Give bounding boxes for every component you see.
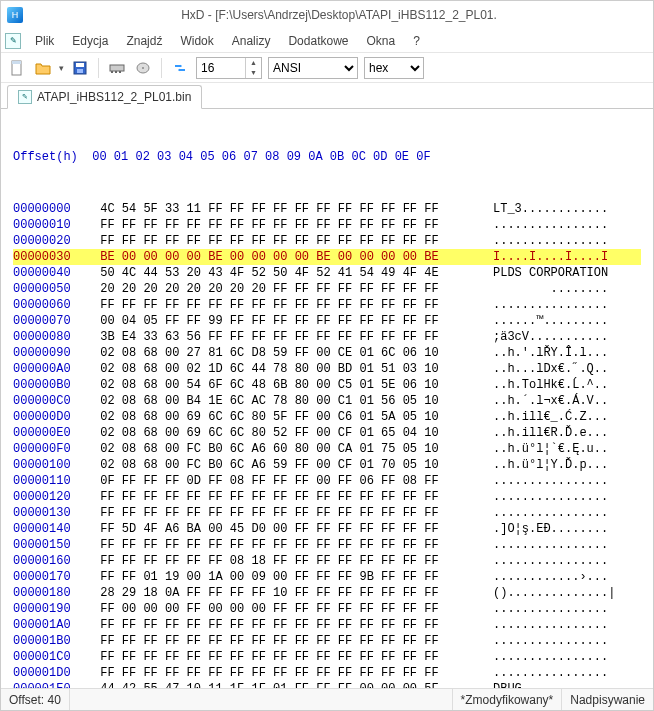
file-icon[interactable]: ✎ [5,33,21,49]
hex-row[interactable]: 00000140 FF 5D 4F A6 BA 00 45 D0 00 FF F… [13,521,641,537]
hex-ascii[interactable]: LT_3............ [493,201,641,217]
menu-file[interactable]: Plik [27,32,62,50]
hex-ascii[interactable]: ;ä3cV........... [493,329,641,345]
hex-ascii[interactable]: ................ [493,489,641,505]
hex-bytes[interactable]: 02 08 68 00 27 81 6C D8 59 FF 00 CE 01 6… [93,345,493,361]
menu-help[interactable]: ? [405,32,428,50]
hex-row[interactable]: 00000180 28 29 18 0A FF FF FF FF 10 FF F… [13,585,641,601]
hex-bytes[interactable]: 44 42 55 47 10 11 1F 1F 01 FF FF FF 00 0… [93,681,493,688]
hex-bytes[interactable]: 02 08 68 00 54 6F 6C 48 6B 80 00 C5 01 5… [93,377,493,393]
hex-ascii[interactable]: ............›... [493,569,641,585]
hex-row[interactable]: 00000000 4C 54 5F 33 11 FF FF FF FF FF F… [13,201,641,217]
hex-bytes[interactable]: FF FF FF FF FF FF FF FF FF FF FF FF FF F… [93,233,493,249]
ram-icon[interactable] [107,58,127,78]
hex-row[interactable]: 000000D0 02 08 68 00 69 6C 6C 80 5F FF 0… [13,409,641,425]
hex-row[interactable]: 000000F0 02 08 68 00 FC B0 6C A6 60 80 0… [13,441,641,457]
open-file-button[interactable] [33,58,53,78]
hex-bytes[interactable]: 02 08 68 00 FC B0 6C A6 60 80 00 CA 01 7… [93,441,493,457]
hex-row[interactable]: 00000160 FF FF FF FF FF FF 08 18 FF FF F… [13,553,641,569]
new-file-button[interactable] [7,58,27,78]
hex-row[interactable]: 00000020 FF FF FF FF FF FF FF FF FF FF F… [13,233,641,249]
hex-bytes[interactable]: BE 00 00 00 00 BE 00 00 00 00 BE 00 00 0… [93,249,493,265]
hex-bytes[interactable]: FF FF FF FF FF FF FF FF FF FF FF FF FF F… [93,489,493,505]
hex-bytes[interactable]: 02 08 68 00 69 6C 6C 80 5F FF 00 C6 01 5… [93,409,493,425]
hex-row[interactable]: 00000060 FF FF FF FF FF FF FF FF FF FF F… [13,297,641,313]
menu-analysis[interactable]: Analizy [224,32,279,50]
hex-bytes[interactable]: FF FF FF FF FF FF FF FF FF FF FF FF FF F… [93,665,493,681]
hex-ascii[interactable]: ................ [493,649,641,665]
hex-bytes[interactable]: FF 00 00 00 FF 00 00 00 FF FF FF FF FF F… [93,601,493,617]
hex-ascii[interactable]: ()..............| [493,585,641,601]
hex-ascii[interactable]: .]O¦ş.EĐ........ [493,521,641,537]
hex-row[interactable]: 00000190 FF 00 00 00 FF 00 00 00 FF FF F… [13,601,641,617]
hex-ascii[interactable]: ........ [493,281,641,297]
hex-row[interactable]: 000001A0 FF FF FF FF FF FF FF FF FF FF F… [13,617,641,633]
hex-ascii[interactable]: DBUG..........._ [493,681,641,688]
hex-bytes[interactable]: FF FF FF FF FF FF FF FF FF FF FF FF FF F… [93,537,493,553]
hex-bytes[interactable]: 02 08 68 00 FC B0 6C A6 59 FF 00 CF 01 7… [93,457,493,473]
hex-ascii[interactable]: ..h.'.lŘY.Î.l... [493,345,641,361]
hex-ascii[interactable]: ..h.´.l¬x€.Á.V.. [493,393,641,409]
hex-row[interactable]: 000000E0 02 08 68 00 69 6C 6C 80 52 FF 0… [13,425,641,441]
hex-bytes[interactable]: FF FF FF FF FF FF FF FF FF FF FF FF FF F… [93,297,493,313]
hex-row[interactable]: 00000090 02 08 68 00 27 81 6C D8 59 FF 0… [13,345,641,361]
hex-row[interactable]: 00000010 FF FF FF FF FF FF FF FF FF FF F… [13,217,641,233]
base-select[interactable]: hex [364,57,424,79]
hex-row[interactable]: 000000B0 02 08 68 00 54 6F 6C 48 6B 80 0… [13,377,641,393]
hex-row[interactable]: 00000130 FF FF FF FF FF FF FF FF FF FF F… [13,505,641,521]
hex-bytes[interactable]: FF FF FF FF FF FF FF FF FF FF FF FF FF F… [93,649,493,665]
hex-bytes[interactable]: FF FF FF FF FF FF FF FF FF FF FF FF FF F… [93,633,493,649]
hex-bytes[interactable]: 00 04 05 FF FF 99 FF FF FF FF FF FF FF F… [93,313,493,329]
bytes-per-row-input[interactable] [197,58,245,78]
hex-ascii[interactable]: ......™......... [493,313,641,329]
hex-row[interactable]: 00000110 0F FF FF FF 0D FF 08 FF FF FF 0… [13,473,641,489]
hex-row[interactable]: 000001E0 44 42 55 47 10 11 1F 1F 01 FF F… [13,681,641,688]
hex-ascii[interactable]: ................ [493,553,641,569]
hex-bytes[interactable]: 4C 54 5F 33 11 FF FF FF FF FF FF FF FF F… [93,201,493,217]
hex-row[interactable]: 00000100 02 08 68 00 FC B0 6C A6 59 FF 0… [13,457,641,473]
hex-ascii[interactable]: ..h.TolHk€.Ĺ.^.. [493,377,641,393]
hex-bytes[interactable]: 3B E4 33 63 56 FF FF FF FF FF FF FF FF F… [93,329,493,345]
hex-row[interactable]: 00000050 20 20 20 20 20 20 20 20 FF FF F… [13,281,641,297]
menu-extras[interactable]: Dodatkowe [280,32,356,50]
menu-find[interactable]: Znajdź [118,32,170,50]
hex-ascii[interactable]: ................ [493,233,641,249]
hex-bytes[interactable]: 28 29 18 0A FF FF FF FF 10 FF FF FF FF F… [93,585,493,601]
disk-icon[interactable] [133,58,153,78]
hex-row[interactable]: 00000120 FF FF FF FF FF FF FF FF FF FF F… [13,489,641,505]
hex-row[interactable]: 00000030 BE 00 00 00 00 BE 00 00 00 00 B… [13,249,641,265]
hex-ascii[interactable]: ..h.ill€_.Ć.Z... [493,409,641,425]
hex-row[interactable]: 000001C0 FF FF FF FF FF FF FF FF FF FF F… [13,649,641,665]
hex-row[interactable]: 00000080 3B E4 33 63 56 FF FF FF FF FF F… [13,329,641,345]
hex-bytes[interactable]: 02 08 68 00 69 6C 6C 80 52 FF 00 CF 01 6… [93,425,493,441]
hex-ascii[interactable]: ................ [493,473,641,489]
save-button[interactable] [70,58,90,78]
hex-ascii[interactable]: ................ [493,505,641,521]
encoding-select[interactable]: ANSI [268,57,358,79]
hex-ascii[interactable]: ................ [493,633,641,649]
hex-ascii[interactable]: ..h.ü°l¦Y.Ď.p... [493,457,641,473]
hex-bytes[interactable]: FF 5D 4F A6 BA 00 45 D0 00 FF FF FF FF F… [93,521,493,537]
file-tab[interactable]: ✎ ATAPI_iHBS112_2_PL01.bin [7,85,202,109]
hex-bytes[interactable]: 50 4C 44 53 20 43 4F 52 50 4F 52 41 54 4… [93,265,493,281]
menu-view[interactable]: Widok [172,32,221,50]
spin-up[interactable]: ▲ [245,58,261,68]
hex-ascii[interactable]: ................ [493,297,641,313]
hex-bytes[interactable]: FF FF FF FF FF FF FF FF FF FF FF FF FF F… [93,617,493,633]
hex-bytes[interactable]: 0F FF FF FF 0D FF 08 FF FF FF 00 FF 06 F… [93,473,493,489]
hex-row[interactable]: 000001D0 FF FF FF FF FF FF FF FF FF FF F… [13,665,641,681]
hex-bytes[interactable]: 02 08 68 00 B4 1E 6C AC 78 80 00 C1 01 5… [93,393,493,409]
arrows-icon[interactable] [170,58,190,78]
hex-ascii[interactable]: ..h.ill€R.Ď.e... [493,425,641,441]
hex-bytes[interactable]: FF FF FF FF FF FF FF FF FF FF FF FF FF F… [93,217,493,233]
hex-bytes[interactable]: 02 08 68 00 02 1D 6C 44 78 80 00 BD 01 5… [93,361,493,377]
hex-bytes[interactable]: 20 20 20 20 20 20 20 20 FF FF FF FF FF F… [93,281,493,297]
hex-ascii[interactable]: ..h...lDx€.˝.Q.. [493,361,641,377]
hex-row[interactable]: 000001B0 FF FF FF FF FF FF FF FF FF FF F… [13,633,641,649]
hex-row[interactable]: 00000170 FF FF 01 19 00 1A 00 09 00 FF F… [13,569,641,585]
hex-bytes[interactable]: FF FF FF FF FF FF FF FF FF FF FF FF FF F… [93,505,493,521]
hex-ascii[interactable]: ................ [493,217,641,233]
hex-ascii[interactable]: ................ [493,617,641,633]
bytes-per-row-spinner[interactable]: ▲▼ [196,57,262,79]
hex-editor[interactable]: Offset(h) 00 01 02 03 04 05 06 07 08 09 … [1,109,653,688]
